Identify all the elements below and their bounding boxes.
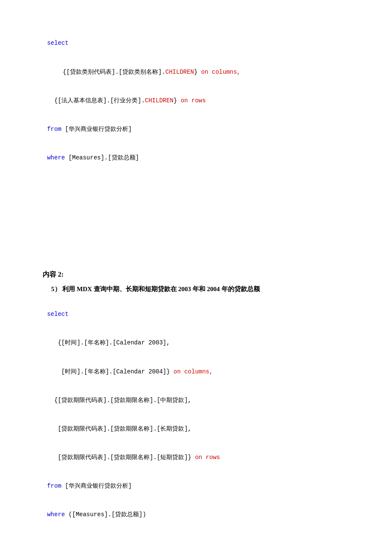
keyword-from-1: from <box>47 126 61 133</box>
keyword-where-1: where <box>47 154 65 161</box>
code-5-line-6: [贷款期限代码表].[贷款期限名称].[短期贷款]} on rows <box>26 443 366 472</box>
keyword-select-1: select <box>47 40 68 46</box>
code-5-line-4: {[贷款期限代码表].[贷款期限名称].[中期贷款], <box>26 386 366 414</box>
section-1: select {[贷款类别代码表].[贷款类别名称].CHILDREN} on … <box>26 29 366 172</box>
code-5-text-2: {[时间].[年名称].[Calendar 2003], <box>47 339 170 346</box>
code-text-4: [华兴商业银行贷款分析] <box>61 126 132 133</box>
keyword-on-rows-5: on rows <box>191 454 220 461</box>
code-block-1: select {[贷款类别代码表].[贷款类别名称].CHILDREN} on … <box>26 29 366 172</box>
code-text-2b: } <box>194 69 201 75</box>
code-text-2: {[贷款类别代码表].[贷款类别名称]. <box>55 69 165 75</box>
gap-1 <box>26 185 366 270</box>
keyword-select-5: select <box>47 311 68 318</box>
section-2-heading: 内容 2: <box>43 270 366 279</box>
keyword-on-rows-1: on rows <box>181 97 206 104</box>
section-2: 内容 2: 5） 利用 MDX 查询中期、长期和短期贷款在 2003 年和 20… <box>26 270 366 555</box>
code-5-line-7: from [华兴商业银行贷款分析] <box>26 472 366 500</box>
code-5-line-1: select <box>26 300 366 329</box>
code-line-3: {[法人基本信息表].[行业分类].CHILDREN} on rows <box>26 86 366 115</box>
code-5-text-6: [贷款期限代码表].[贷款期限名称].[短期贷款]} <box>47 454 191 461</box>
code-5-text-4: {[贷款期限代码表].[贷款期限名称].[中期贷款], <box>47 397 191 404</box>
code-5-text-5: [贷款期限代码表].[贷款期限名称].[长期贷款], <box>47 425 191 432</box>
keyword-where-5: where <box>47 511 65 518</box>
code-line-2: {[贷款类别代码表].[贷款类别名称].CHILDREN} on columns… <box>26 58 366 86</box>
code-line-1: select <box>26 29 366 58</box>
code-text-3: {[法人基本信息表].[行业分类]. <box>47 97 145 104</box>
code-text-3b: } <box>173 97 181 104</box>
keyword-from-5: from <box>47 483 61 489</box>
keyword-children-1: CHILDREN <box>165 69 194 75</box>
code-block-5: select {[时间].[年名称].[Calendar 2003], [时间]… <box>26 300 366 529</box>
code-line-4: from [华兴商业银行贷款分析] <box>26 115 366 144</box>
code-5-line-5: [贷款期限代码表].[贷款期限名称].[长期贷款], <box>26 415 366 443</box>
keyword-children-2: CHILDREN <box>145 97 173 104</box>
code-5-text-7: [华兴商业银行贷款分析] <box>61 483 132 489</box>
code-5-line-8: where ([Measures].[贷款总额]) <box>26 500 366 529</box>
code-5-line-2: {[时间].[年名称].[Calendar 2003], <box>26 329 366 357</box>
code-5-text-8: ([Measures].[贷款总额]) <box>65 511 146 518</box>
code-5-line-3: [时间].[年名称].[Calendar 2004]} on columns, <box>26 357 366 386</box>
code-line-5: where [Measures].[贷款总额] <box>26 144 366 172</box>
code-5-text-3: [时间].[年名称].[Calendar 2004]} <box>47 368 170 375</box>
code-text-5: [Measures].[贷款总额] <box>65 154 139 161</box>
keyword-on-columns-5: on columns, <box>170 368 213 375</box>
gap-2 <box>26 538 366 555</box>
keyword-on-columns-1: on columns, <box>201 69 240 75</box>
sub-heading-5: 5） 利用 MDX 查询中期、长期和短期贷款在 2003 年和 2004 年的贷… <box>51 283 366 295</box>
